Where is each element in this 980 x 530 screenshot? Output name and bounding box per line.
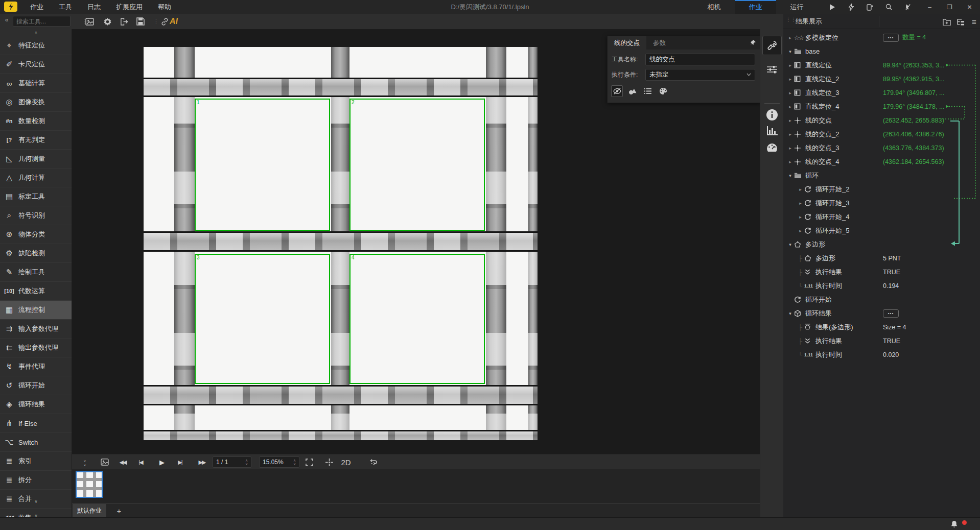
chevron-right-icon[interactable]: ▸ [786, 90, 794, 95]
tree-row-执行时间[interactable]: └1.11执行时间0.020 [783, 348, 980, 362]
sidebar-item-输出参数代理[interactable]: ⇇输出参数代理 [0, 339, 72, 357]
next-frame-icon[interactable]: ▶| [173, 455, 186, 469]
tree-row-执行结果[interactable]: ├执行结果TRUE [783, 334, 980, 348]
mouse-off-icon[interactable] [898, 0, 917, 14]
sidebar-item-几何测量[interactable]: ◺几何测量 [0, 150, 72, 168]
close-button[interactable]: ✕ [960, 0, 979, 14]
tool-name-input[interactable] [645, 54, 755, 65]
sidebar-item-索引[interactable]: ≣索引 [0, 452, 72, 471]
sidebar-item-拆分[interactable]: ≣拆分 [0, 471, 72, 490]
menu-4[interactable]: 帮助 [150, 0, 179, 14]
sidebar-item-输入参数代理[interactable]: ⇉输入参数代理 [0, 320, 72, 339]
sidebar-item-代数运算[interactable]: [10]代数运算 [0, 282, 72, 301]
tree-row-多边形[interactable]: ▾多边形 [783, 237, 980, 251]
image-source-icon[interactable] [98, 455, 111, 469]
wrench-icon[interactable] [762, 36, 782, 55]
loop-playback-icon[interactable] [366, 455, 380, 469]
mode-tab-作业[interactable]: 作业 [735, 0, 776, 14]
image-canvas[interactable]: 1 2 3 4 [144, 47, 538, 440]
chevron-right-icon[interactable]: ▸ [797, 228, 804, 233]
tree-row-结果(多边形)[interactable]: ├结果(多边形)Size = 4 [783, 320, 980, 334]
shapes-icon[interactable] [626, 85, 638, 97]
chevron-right-icon[interactable]: ▸ [786, 132, 794, 137]
sidebar-item-卡尺定位[interactable]: ✐卡尺定位 [0, 55, 72, 74]
tree-row-执行结果[interactable]: ├执行结果TRUE [783, 265, 980, 279]
device-icon[interactable] [860, 0, 879, 14]
mode-tab-相机[interactable]: 相机 [693, 0, 735, 14]
roi-region-2[interactable]: 2 [349, 99, 485, 231]
menu-3[interactable]: 扩展应用 [108, 0, 150, 14]
scroll-down-icon[interactable]: ∨ [0, 499, 72, 504]
tab-intersection[interactable]: 线的交点 [608, 36, 646, 50]
tree-row-线的交点[interactable]: ▸线的交点(2632.452, 2655.883) [783, 113, 980, 127]
exec-condition-select[interactable]: 未指定 [645, 69, 755, 81]
add-job-button[interactable]: + [113, 504, 125, 518]
mode-tab-运行[interactable]: 运行 [776, 0, 818, 14]
tree-row-线的交点_3[interactable]: ▸线的交点_3(4363.776, 4384.373) [783, 141, 980, 155]
run-fast-icon[interactable] [842, 0, 860, 14]
menu-1[interactable]: 工具 [51, 0, 80, 14]
tree-row-多边形[interactable]: ├多边形5 PNT [783, 251, 980, 265]
tree-row-循环开始_2[interactable]: ▸循环开始_2 [783, 182, 980, 196]
tree-row-多模板定位[interactable]: ▸☆☆多模板定位•••数量 = 4 [783, 31, 980, 44]
save-icon[interactable] [134, 15, 147, 28]
chevron-down-icon[interactable]: ▾ [786, 173, 794, 178]
sidebar-item-符号识别[interactable]: ⌕符号识别 [0, 206, 72, 225]
tree-row-执行时间[interactable]: └1.11执行时间0.194 [783, 279, 980, 293]
tree-row-循环[interactable]: ▾循环 [783, 168, 980, 182]
tree-row-直线定位[interactable]: ▸直线定位89.94° (2633.353, 3... [783, 58, 980, 72]
maximize-button[interactable]: ❐ [940, 0, 960, 14]
gear-icon[interactable] [101, 15, 113, 28]
sidebar-item-循环开始[interactable]: ↺循环开始 [0, 376, 72, 395]
sidebar-item-数量检测[interactable]: #n数量检测 [0, 112, 72, 131]
gauge-icon[interactable] [762, 138, 782, 154]
more-button[interactable]: ••• [883, 309, 899, 318]
tree-row-循环开始[interactable]: 循环开始 [783, 293, 980, 306]
sidebar-item-事件代理[interactable]: ↯事件代理 [0, 357, 72, 376]
frame-spinner[interactable]: 1 / 1∧∨ [213, 456, 251, 468]
export-icon[interactable] [118, 15, 130, 28]
frame-thumbnail[interactable] [76, 471, 103, 498]
tree-row-循环开始_4[interactable]: ▸循环开始_4 [783, 210, 980, 224]
chevron-right-icon[interactable]: ▸ [786, 63, 794, 68]
roi-region-3[interactable]: 3 [195, 254, 330, 384]
tree-row-循环开始_3[interactable]: ▸循环开始_3 [783, 196, 980, 210]
hide-overlay-icon[interactable] [611, 85, 623, 97]
roi-region-1[interactable]: 1 [195, 99, 330, 231]
search-icon[interactable] [879, 0, 898, 14]
tree-row-直线定位_2[interactable]: ▸直线定位_289.95° (4362.915, 3... [783, 72, 980, 86]
sidebar-item-缺陷检测[interactable]: ⚙缺陷检测 [0, 244, 72, 263]
app-logo-icon[interactable] [4, 2, 17, 12]
chevron-right-icon[interactable]: ▸ [786, 35, 794, 40]
sidebar-item-几何计算[interactable]: △几何计算 [0, 168, 72, 187]
chevron-down-icon[interactable]: ▾ [786, 311, 794, 316]
sliders-icon[interactable] [762, 60, 782, 79]
ai-assistant-button[interactable]: AI [161, 15, 178, 28]
tree-row-循环结果[interactable]: ▾循环结果••• [783, 306, 980, 320]
sidebar-item-特征定位[interactable]: ⌖特征定位 [0, 36, 72, 55]
search-input[interactable] [13, 16, 71, 27]
pin-icon[interactable] [750, 39, 756, 46]
chevron-down-icon[interactable]: ▾ [786, 242, 794, 247]
tree-row-线的交点_2[interactable]: ▸线的交点_2(2634.406, 4386.276) [783, 127, 980, 141]
chevron-down-icon[interactable]: ▾ [786, 49, 794, 54]
tree-row-循环开始_5[interactable]: ▸循环开始_5 [783, 224, 980, 237]
chevron-right-icon[interactable]: ▸ [786, 118, 794, 123]
sidebar-item-物体分类[interactable]: ⊛物体分类 [0, 225, 72, 244]
mode-2d-button[interactable]: 2D [339, 455, 353, 469]
skip-to-end-icon[interactable]: ▶▶ [195, 455, 208, 469]
previous-frame-icon[interactable]: |◀ [134, 455, 147, 469]
collapse-playback-icon[interactable]: ⌄⌄ [78, 455, 91, 469]
palette-icon[interactable] [657, 85, 669, 97]
tree-view-icon[interactable] [955, 16, 967, 28]
skip-to-start-icon[interactable]: ◀◀ [116, 455, 129, 469]
tree-row-直线定位_3[interactable]: ▸直线定位_3179.94° (3496.807, ... [783, 86, 980, 100]
add-folder-icon[interactable] [941, 16, 952, 28]
sidebar-item-Switch[interactable]: ⌥Switch [0, 433, 72, 452]
tab-parameters[interactable]: 参数 [646, 36, 672, 50]
chevron-right-icon[interactable]: ▸ [797, 214, 804, 220]
menu-0[interactable]: 作业 [22, 0, 51, 14]
roi-region-4[interactable]: 4 [349, 254, 485, 384]
collapse-sidebar-icon[interactable]: « [2, 16, 11, 23]
sidebar-item-流程控制[interactable]: ▦流程控制 [0, 301, 72, 320]
